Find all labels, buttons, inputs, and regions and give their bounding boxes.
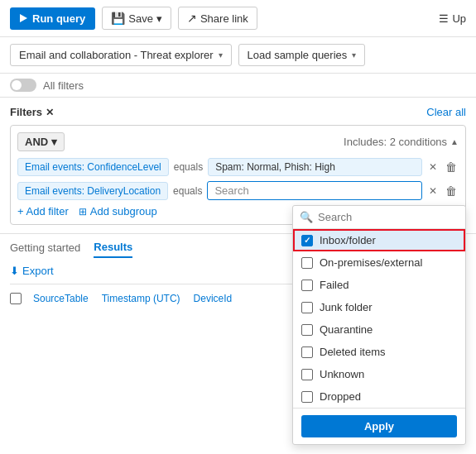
apply-button[interactable]: Apply [301, 415, 457, 437]
checkbox-4 [301, 324, 313, 336]
condition-row-2: Email events: DeliveryLocation equals Se… [17, 181, 459, 200]
condition-header: AND ▾ Includes: 2 conditions ▲ [17, 132, 459, 151]
collapse-icon[interactable]: ▲ [450, 137, 459, 146]
col-source-table[interactable]: SourceTable [26, 289, 95, 308]
checkbox-1 [301, 257, 313, 269]
dropdown-item-label-5: Deleted items [320, 346, 385, 358]
dropdown-item-2[interactable]: Failed [293, 274, 465, 296]
field-tag-1[interactable]: Email events: ConfidenceLevel [17, 158, 169, 176]
condition-row-1: Email events: ConfidenceLevel equals Spa… [17, 158, 459, 176]
list-icon: ☰ [439, 12, 449, 25]
delete-row-2-button[interactable]: 🗑 [444, 184, 459, 198]
dropdown-item-1[interactable]: On-premises/external [293, 251, 465, 274]
checkbox-2 [301, 280, 313, 291]
dropdown-item-label-3: Junk folder [320, 301, 373, 313]
filters-label: Filters [10, 106, 42, 118]
search-placeholder: Search [214, 184, 248, 197]
filter-title: Filters ✕ [10, 106, 54, 118]
search-icon: 🔍 [300, 211, 313, 223]
save-icon: 💾 [111, 12, 125, 25]
clear-all-label: Clear all [426, 106, 466, 118]
filters-bar: All filters [0, 74, 476, 98]
delivery-location-dropdown: 🔍 Inbox/folderOn-premises/externalFailed… [292, 205, 466, 445]
and-chevron-icon: ▾ [51, 136, 57, 148]
dropdown-item-label-6: Unknown [320, 368, 364, 380]
add-filter-button[interactable]: + Add filter [17, 205, 69, 217]
table-select-all-checkbox[interactable] [10, 293, 26, 304]
tab-results[interactable]: Results [94, 241, 132, 258]
close-filters-icon[interactable]: ✕ [46, 107, 54, 118]
save-chevron-icon: ▾ [156, 12, 162, 25]
dropdown-item-label-2: Failed [320, 279, 349, 291]
run-query-label: Run query [32, 12, 85, 25]
up-label: Up [452, 12, 466, 25]
source-label: Email and collaboration - Threat explore… [19, 49, 214, 61]
save-button[interactable]: 💾 Save ▾ [102, 7, 171, 30]
and-label: AND [25, 136, 48, 148]
value-tag-1[interactable]: Spam: Normal, Phish: High [208, 158, 422, 176]
source-chevron-icon: ▾ [219, 50, 223, 60]
toolbar: Run query 💾 Save ▾ ↗ Share link ☰ Up [0, 0, 476, 37]
col-timestamp[interactable]: Timestamp (UTC) [95, 289, 187, 308]
sample-label: Load sample queries [248, 49, 348, 61]
dropdown-item-0[interactable]: Inbox/folder [293, 229, 465, 251]
checkbox-7 [301, 391, 313, 403]
remove-value-2-button[interactable]: ✕ [427, 185, 439, 197]
checkbox-3 [301, 302, 313, 313]
includes-text: Includes: 2 conditions ▲ [344, 136, 459, 148]
delete-row-1-button[interactable]: 🗑 [444, 160, 459, 174]
dropdown-item-label-7: Dropped [320, 390, 361, 403]
run-query-button[interactable]: Run query [10, 7, 95, 30]
filter-header: Filters ✕ Clear all [10, 106, 466, 118]
and-badge[interactable]: AND ▾ [17, 132, 65, 151]
dropdown-item-label-4: Quarantine [320, 323, 373, 336]
dropdown-item-4[interactable]: Quarantine [293, 318, 465, 341]
up-button[interactable]: ☰ Up [439, 12, 466, 25]
sample-chevron-icon: ▾ [352, 50, 356, 60]
sample-dropdown[interactable]: Load sample queries ▾ [238, 44, 366, 66]
query-bar: Email and collaboration - Threat explore… [0, 37, 476, 74]
add-subgroup-button[interactable]: ⊞ Add subgroup [79, 205, 157, 217]
dropdown-item-5[interactable]: Deleted items [293, 341, 465, 363]
checkbox-6 [301, 369, 313, 380]
dropdown-item-label-1: On-premises/external [320, 256, 422, 269]
all-filters-label: All filters [43, 79, 84, 92]
operator-1: equals [174, 161, 203, 173]
add-subgroup-label: Add subgroup [90, 205, 157, 217]
save-label: Save [128, 12, 153, 25]
export-label: Export [22, 265, 54, 277]
select-all-box[interactable] [10, 293, 22, 304]
add-filter-label: + Add filter [17, 205, 69, 217]
dropdown-item-6[interactable]: Unknown [293, 363, 465, 385]
remove-value-1-button[interactable]: ✕ [427, 161, 439, 173]
value-tag-2[interactable]: Search [207, 181, 422, 200]
toggle-knob [12, 80, 22, 90]
dropdown-item-3[interactable]: Junk folder [293, 296, 465, 318]
checkbox-0 [301, 235, 313, 246]
dropdown-item-label-0: Inbox/folder [320, 234, 376, 246]
share-icon: ↗ [187, 12, 197, 25]
source-dropdown[interactable]: Email and collaboration - Threat explore… [10, 44, 232, 66]
export-icon: ⬇ [10, 265, 19, 277]
filter-section: Filters ✕ Clear all AND ▾ Includes: 2 co… [0, 98, 476, 233]
clear-all-button[interactable]: Clear all [426, 106, 466, 118]
tab-getting-started[interactable]: Getting started [10, 241, 80, 257]
share-link-label: Share link [200, 12, 248, 25]
export-button[interactable]: ⬇ Export [10, 265, 54, 277]
includes-label: Includes: 2 conditions [344, 136, 447, 148]
dropdown-footer: Apply [293, 408, 465, 444]
dropdown-search-row: 🔍 [293, 206, 465, 229]
dropdown-items-list: Inbox/folderOn-premises/externalFailedJu… [293, 229, 465, 408]
search-input[interactable] [318, 211, 459, 223]
share-link-button[interactable]: ↗ Share link [178, 7, 257, 30]
checkbox-5 [301, 346, 313, 358]
operator-2: equals [173, 185, 202, 197]
col-device[interactable]: DeviceId [187, 289, 239, 308]
all-filters-toggle[interactable] [10, 79, 36, 92]
dropdown-item-7[interactable]: Dropped [293, 385, 465, 408]
play-icon [20, 14, 27, 22]
field-tag-2[interactable]: Email events: DeliveryLocation [17, 182, 168, 200]
